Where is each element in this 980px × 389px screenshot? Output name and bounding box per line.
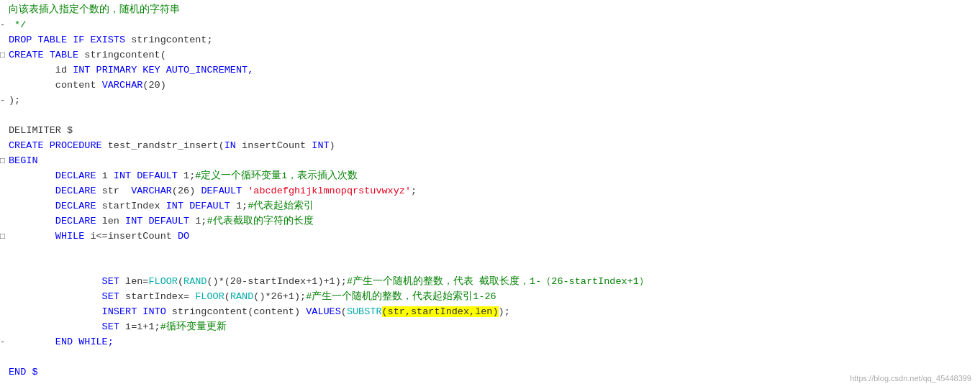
code-segment: *(20-startIndex+1)+1);	[219, 276, 347, 287]
line-content	[9, 244, 974, 260]
code-segment: (	[224, 291, 230, 302]
code-segment: END $	[9, 367, 38, 377]
code-segment: DECLARE	[9, 170, 102, 181]
code-segment: );	[499, 306, 510, 317]
code-segment: content	[9, 80, 102, 91]
code-segment: (str,startIndex,len)	[382, 306, 499, 317]
line-content: DECLARE len INT DEFAULT 1;#代表截取的字符的长度	[9, 214, 974, 229]
line-content: */	[9, 18, 974, 33]
code-segment: BEGIN	[9, 155, 38, 166]
line-content: content VARCHAR(20)	[9, 78, 974, 93]
code-segment: i=i+1;	[125, 321, 160, 332]
code-segment: (20)	[142, 80, 165, 91]
code-segment: INT	[73, 65, 96, 75]
code-line: DECLARE len INT DEFAULT 1;#代表截取的字符的长度	[0, 214, 980, 229]
code-segment: (26)	[172, 186, 201, 196]
code-segment: END WHILE;	[9, 337, 114, 347]
code-segment: SET	[9, 321, 125, 332]
line-content: WHILE i<=insertCount DO	[9, 229, 974, 244]
line-content: DROP TABLE IF EXISTS stringcontent;	[9, 33, 974, 48]
code-segment: VALUES	[306, 306, 341, 317]
line-marker: □	[0, 155, 7, 168]
code-segment: DEFAULT	[137, 170, 183, 181]
line-content: SET startIndex= FLOOR(RAND()*26+1);#产生一个…	[9, 290, 974, 305]
code-segment: CREATE	[9, 140, 50, 151]
code-segment: DEFAULT	[201, 186, 248, 196]
code-segment: EXISTS	[90, 35, 131, 45]
code-line: SET len=FLOOR(RAND()*(20-startIndex+1)+1…	[0, 275, 980, 290]
code-segment: id	[9, 65, 73, 75]
code-segment: INT	[166, 201, 189, 211]
code-segment: CREATE	[9, 50, 50, 60]
code-segment: str	[102, 186, 132, 196]
code-segment: test_randstr_insert(	[108, 140, 224, 151]
line-content: SET i=i+1;#循环变量更新	[9, 320, 974, 335]
line-marker: -	[0, 336, 7, 349]
code-segment: )	[330, 140, 335, 151]
code-segment: len	[102, 216, 125, 226]
code-segment: TABLE	[38, 35, 73, 45]
code-segment: PRIMARY KEY	[96, 65, 166, 75]
code-segment: RAND	[230, 291, 253, 302]
code-line: SET startIndex= FLOOR(RAND()*26+1);#产生一个…	[0, 290, 980, 305]
line-content: DECLARE str VARCHAR(26) DEFAULT 'abcdefg…	[9, 184, 974, 199]
code-segment: stringcontent(	[84, 50, 165, 60]
code-segment: */	[9, 19, 26, 30]
code-segment: VARCHAR	[102, 80, 143, 91]
code-segment: DO	[178, 231, 189, 242]
code-segment: #循环变量更新	[160, 321, 227, 332]
line-content: END $	[9, 365, 974, 380]
code-segment: startIndex=	[125, 291, 195, 302]
line-content: SET len=FLOOR(RAND()*(20-startIndex+1)+1…	[9, 275, 974, 290]
code-segment: RAND	[183, 276, 207, 287]
code-segment: DEFAULT	[148, 216, 195, 226]
code-segment: #代表截取的字符的长度	[207, 216, 313, 226]
code-segment: DROP	[9, 35, 38, 45]
code-line: CREATE PROCEDURE test_randstr_insert(IN …	[0, 139, 980, 154]
code-segment: (	[341, 306, 347, 317]
line-content: );	[9, 93, 974, 109]
line-content: BEGIN	[9, 154, 974, 169]
code-segment: ()	[207, 276, 218, 287]
code-segment: startIndex	[102, 201, 166, 211]
code-line: -);	[0, 93, 980, 109]
line-content: CREATE PROCEDURE test_randstr_insert(IN …	[9, 139, 974, 154]
code-line: 向该表插入指定个数的，随机的字符串	[0, 3, 980, 18]
code-line: DECLARE str VARCHAR(26) DEFAULT 'abcdefg…	[0, 184, 980, 199]
code-segment: #定义一个循环变量i，表示插入次数	[195, 170, 358, 181]
code-line	[0, 260, 980, 275]
code-segment: IF	[73, 35, 90, 45]
code-segment: AUTO_INCREMENT,	[166, 65, 254, 75]
code-line	[0, 244, 980, 260]
line-marker: □	[0, 49, 7, 63]
code-segment: TABLE	[50, 50, 85, 60]
code-segment: SUBSTR	[347, 306, 382, 317]
code-segment: IN	[224, 140, 242, 151]
code-line: SET i=i+1;#循环变量更新	[0, 320, 980, 335]
code-segment: DEFAULT	[189, 201, 236, 211]
code-segment: INT	[114, 170, 137, 181]
code-segment: (	[178, 276, 183, 287]
line-marker: -	[0, 19, 7, 32]
code-segment: PROCEDURE	[50, 140, 108, 151]
line-content: INSERT INTO stringcontent(content) VALUE…	[9, 305, 974, 320]
code-segment: SET	[9, 291, 125, 302]
line-marker: □	[0, 230, 7, 244]
code-segment: 向该表插入指定个数的，随机的字符串	[9, 4, 180, 15]
code-line: □CREATE TABLE stringcontent(	[0, 48, 980, 63]
code-line: id INT PRIMARY KEY AUTO_INCREMENT,	[0, 63, 980, 78]
code-segment: DELIMITER $	[9, 125, 73, 136]
code-line	[0, 109, 980, 124]
code-segment: FLOOR	[195, 291, 224, 302]
code-segment: VARCHAR	[131, 186, 172, 196]
code-line: content VARCHAR(20)	[0, 78, 980, 93]
code-segment: #代表起始索引	[248, 201, 314, 211]
code-segment: ()*26+1);	[253, 291, 306, 302]
line-content: 向该表插入指定个数的，随机的字符串	[9, 3, 974, 18]
line-content: CREATE TABLE stringcontent(	[9, 48, 974, 63]
code-segment: 1;	[183, 170, 195, 181]
code-segment: WHILE	[9, 231, 90, 242]
code-line: DROP TABLE IF EXISTS stringcontent;	[0, 33, 980, 48]
code-segment: stringcontent;	[131, 35, 212, 45]
code-segment: 'abcdefghijklmnopqrstuvwxyz'	[248, 186, 411, 196]
